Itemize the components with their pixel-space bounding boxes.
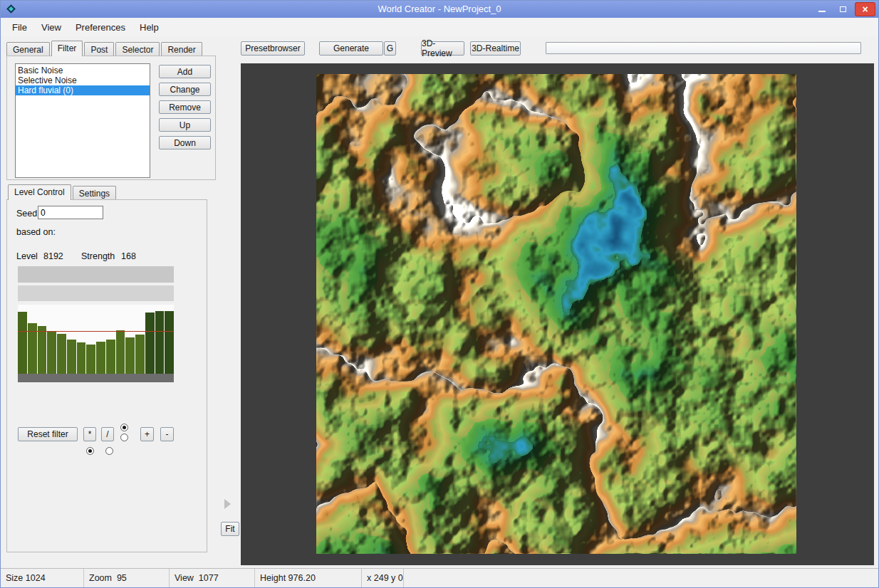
histogram-bar[interactable]: [77, 342, 86, 374]
menu-bar: FileViewPreferencesHelp: [1, 18, 878, 36]
filter-action-button[interactable]: Remove: [159, 100, 211, 114]
filter-action-button[interactable]: Up: [159, 118, 211, 132]
histogram-bar[interactable]: [155, 311, 165, 374]
seed-label: Seed:: [16, 209, 40, 219]
filter-list-item[interactable]: Selective Noise: [16, 75, 150, 85]
histogram-bar[interactable]: [125, 337, 135, 374]
filter-listbox[interactable]: Basic NoiseSelective NoiseHard fluvial (…: [15, 63, 150, 178]
menu-item[interactable]: File: [5, 19, 34, 36]
level-histogram: [18, 266, 174, 382]
tab[interactable]: Filter: [51, 41, 83, 56]
menu-item[interactable]: Preferences: [68, 19, 132, 36]
histogram-bar[interactable]: [116, 330, 125, 374]
status-bar: Size 1024Zoom 95View 1077Height 976.20x …: [1, 568, 878, 587]
tab[interactable]: Render: [161, 42, 202, 56]
title-bar[interactable]: World Creator - NewProject_0 ×: [1, 1, 878, 18]
tab[interactable]: Settings: [73, 186, 116, 199]
histogram-bar[interactable]: [67, 340, 76, 374]
histogram-bar[interactable]: [145, 313, 155, 374]
tab[interactable]: General: [6, 42, 50, 56]
tab[interactable]: Selector: [115, 42, 160, 56]
seed-input[interactable]: [38, 206, 103, 219]
filter-action-buttons: AddChangeRemoveUpDown: [159, 65, 211, 154]
minimize-icon: [818, 6, 826, 12]
histogram-bar[interactable]: [165, 311, 174, 374]
based-on-label: based on:: [16, 227, 56, 237]
histogram-bar[interactable]: [38, 326, 47, 374]
status-segment: x 249 y 0: [362, 569, 404, 587]
histogram-lower-band[interactable]: [18, 285, 174, 301]
histogram-bar[interactable]: [96, 342, 105, 374]
histogram-threshold-line[interactable]: [18, 331, 174, 332]
close-button[interactable]: ×: [855, 3, 875, 16]
fit-button[interactable]: Fit: [221, 522, 239, 536]
generate-button[interactable]: Generate: [319, 41, 383, 56]
strength-value: 168: [121, 251, 136, 261]
histogram-bar[interactable]: [86, 345, 95, 374]
window-title: World Creator - NewProject_0: [1, 4, 878, 14]
histogram-bar[interactable]: [57, 334, 66, 374]
histogram-scrollbar[interactable]: [18, 374, 174, 382]
multiply-button[interactable]: *: [83, 427, 96, 441]
viewport-area[interactable]: [241, 63, 874, 565]
divide-button[interactable]: /: [101, 427, 114, 441]
histogram-upper-band[interactable]: [18, 266, 174, 283]
menu-item[interactable]: View: [34, 19, 68, 36]
presetbrowser-button[interactable]: Presetbrowser: [241, 41, 305, 56]
plus-button[interactable]: +: [140, 427, 154, 441]
render-progress-bar: [546, 42, 861, 54]
filter-list-item[interactable]: Basic Noise: [16, 65, 150, 75]
status-segment: Zoom 95: [84, 569, 170, 587]
minus-button[interactable]: -: [160, 427, 174, 441]
tab[interactable]: Level Control: [8, 184, 71, 200]
minimize-button[interactable]: [812, 3, 831, 16]
histogram-bar[interactable]: [135, 335, 145, 374]
level-label: Level: [16, 251, 38, 261]
histogram-bar[interactable]: [106, 340, 115, 374]
tab[interactable]: Post: [84, 42, 114, 56]
realtime-3d-button[interactable]: 3D-Realtime: [470, 41, 521, 56]
histogram-bar[interactable]: [47, 331, 56, 374]
preview-3d-button[interactable]: 3D-Preview: [421, 41, 464, 56]
radio-mode-bottom[interactable]: [120, 434, 128, 441]
radio-option-right[interactable]: [105, 447, 113, 455]
panel-collapse-arrow-icon[interactable]: [224, 499, 231, 509]
filter-action-button[interactable]: Change: [159, 83, 211, 96]
filter-action-button[interactable]: Add: [159, 65, 211, 78]
radio-mode-top[interactable]: [120, 424, 128, 431]
histogram-bar[interactable]: [18, 312, 27, 374]
menu-item[interactable]: Help: [132, 19, 166, 36]
status-segment: View 1077: [170, 569, 255, 587]
terrain-render[interactable]: [316, 74, 796, 554]
status-segment: Height 976.20: [255, 569, 362, 587]
radio-option-left[interactable]: [86, 447, 94, 455]
status-segment: Size 1024: [1, 569, 84, 587]
reset-filter-button[interactable]: Reset filter: [18, 427, 78, 441]
filter-tab-strip: GeneralFilterPostSelectorRender: [6, 41, 204, 56]
level-histogram-bars[interactable]: [18, 305, 174, 374]
maximize-icon: [840, 6, 846, 12]
maximize-button[interactable]: [833, 3, 853, 16]
g-button[interactable]: G: [384, 41, 396, 56]
filter-list-item[interactable]: Hard fluvial (0): [16, 85, 150, 95]
level-tab-strip: Level ControlSettings: [8, 184, 118, 199]
level-value: 8192: [43, 251, 63, 261]
filter-action-button[interactable]: Down: [159, 136, 211, 149]
strength-label: Strength: [81, 251, 115, 261]
app-window: World Creator - NewProject_0 × FileViewP…: [0, 0, 879, 588]
